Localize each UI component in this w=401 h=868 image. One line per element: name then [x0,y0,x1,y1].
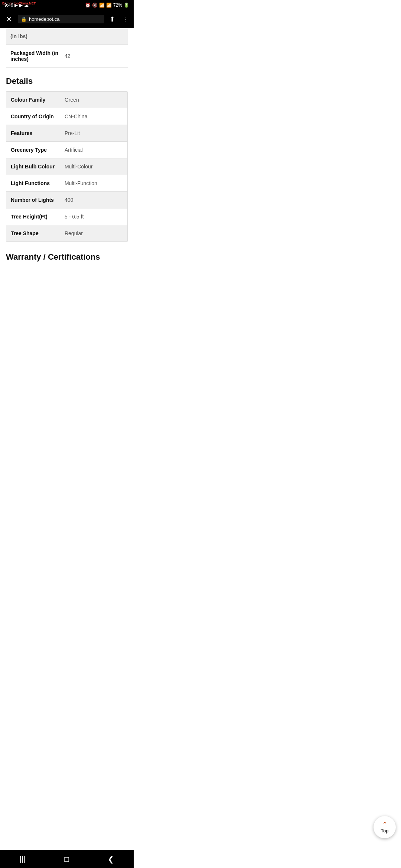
spec-value: Green [65,97,123,103]
details-section-title: Details [6,68,128,91]
status-bar: EdmontonChina.NET 9:46 ▶ ▶ ☁ ⏰ 🔇 📶 📶 72%… [0,0,134,10]
spec-label: Tree Shape [11,230,65,236]
spec-value: Multi-Colour [65,164,123,170]
spec-value: 400 [65,197,123,203]
spec-label: Light Bulb Colour [11,164,65,170]
menu-button[interactable]: ⋮ [120,14,130,25]
table-row: Light Bulb Colour Multi-Colour [6,158,127,175]
spec-label: Features [11,130,65,136]
details-table: Colour Family Green Country of Origin CN… [6,91,128,242]
table-row: Light Functions Multi-Function [6,175,127,192]
table-row: Tree Height(Ft) 5 - 6.5 ft [6,208,127,225]
partial-spec-label: (in lbs) [10,33,27,39]
close-tab-button[interactable]: ✕ [4,15,14,24]
spec-value: 5 - 6.5 ft [65,214,123,220]
warranty-section-title: Warranty / Certifications [6,243,128,266]
spec-label: Tree Height(Ft) [11,214,65,220]
spec-label: Number of Lights [11,197,65,203]
battery-label: 72% [113,3,122,8]
mute-icon: 🔇 [92,3,98,8]
packaged-width-label: Packaged Width (in inches) [10,50,65,62]
packaged-width-value: 42 [65,53,123,59]
packaged-width-row: Packaged Width (in inches) 42 [6,45,128,68]
table-row: Number of Lights 400 [6,192,127,208]
table-row: Features Pre-Lit [6,125,127,142]
main-content: (in lbs) Packaged Width (in inches) 42 D… [0,28,134,288]
browser-bar: ✕ 🔒 homedepot.ca ⬆ ⋮ [0,10,134,28]
signal-icon: 📶 [106,3,112,8]
url-text: homedepot.ca [29,16,59,22]
battery-icon: 🔋 [124,3,129,8]
status-right: ⏰ 🔇 📶 📶 72% 🔋 [85,3,129,8]
alarm-icon: ⏰ [85,3,91,8]
spec-value: Regular [65,230,123,236]
spec-value: Pre-Lit [65,130,123,136]
share-button[interactable]: ⬆ [108,14,117,25]
table-row: Colour Family Green [6,92,127,108]
spec-value: CN-China [65,114,123,119]
spec-label: Colour Family [11,97,65,103]
spec-value: Multi-Function [65,180,123,186]
table-row: Greenery Type Artificial [6,142,127,158]
spec-label: Light Functions [11,180,65,186]
partial-spec-row: (in lbs) [6,28,128,45]
spec-label: Country of Origin [11,114,65,119]
spec-label: Greenery Type [11,147,65,153]
wifi-icon: 📶 [99,3,105,8]
site-badge: EdmontonChina.NET [2,1,36,5]
table-row: Country of Origin CN-China [6,108,127,125]
lock-icon: 🔒 [21,16,27,22]
url-bar[interactable]: 🔒 homedepot.ca [18,15,104,23]
table-row: Tree Shape Regular [6,225,127,241]
spec-value: Artificial [65,147,123,153]
